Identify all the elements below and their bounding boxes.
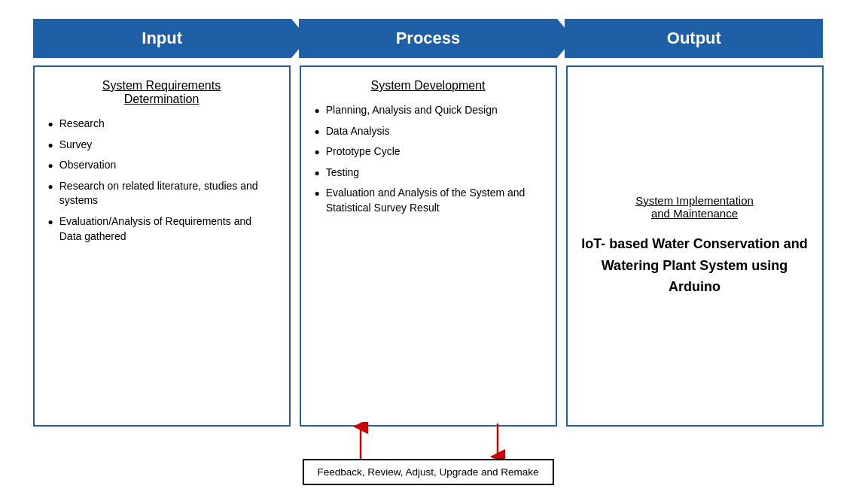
list-item: Prototype Cycle xyxy=(315,144,542,159)
list-item: Observation xyxy=(48,158,276,173)
list-item: Planning, Analysis and Quick Design xyxy=(315,103,542,118)
list-item: Data Analysis xyxy=(315,124,542,139)
process-box-title: System Development xyxy=(315,79,542,93)
feedback-text: Feedback, Review, Adjust, Upgrade and Re… xyxy=(317,466,538,478)
feedback-box: Feedback, Review, Adjust, Upgrade and Re… xyxy=(302,459,553,485)
output-arrow: Output xyxy=(565,19,823,58)
process-arrow-label: Process xyxy=(396,29,461,48)
process-bullet-list: Planning, Analysis and Quick Design Data… xyxy=(315,103,542,216)
process-arrow: Process xyxy=(299,19,557,58)
feedback-row: Feedback, Review, Adjust, Upgrade and Re… xyxy=(33,433,824,485)
list-item: Survey xyxy=(48,138,276,153)
feedback-down-arrow xyxy=(490,422,505,461)
input-arrow-label: Input xyxy=(142,29,182,48)
list-item: Evaluation and Analysis of the System an… xyxy=(315,186,542,215)
list-item: Research on related literature, studies … xyxy=(48,179,276,208)
list-item: Testing xyxy=(315,165,542,181)
output-bold-text: IoT- based Water Conservation and Wateri… xyxy=(581,233,809,298)
output-section-title: System Implementationand Maintenance xyxy=(635,194,754,220)
output-box: System Implementationand Maintenance IoT… xyxy=(566,65,824,427)
list-item: Research xyxy=(48,117,276,132)
content-row: System RequirementsDetermination Researc… xyxy=(33,65,824,427)
input-box: System RequirementsDetermination Researc… xyxy=(33,65,291,427)
list-item: Evaluation/Analysis of Requirements and … xyxy=(48,214,276,244)
feedback-up-arrow xyxy=(353,422,368,461)
output-arrow-label: Output xyxy=(667,29,721,48)
arrows-row: Input Process Output xyxy=(33,19,824,58)
input-arrow: Input xyxy=(33,19,291,58)
input-box-title: System RequirementsDetermination xyxy=(48,79,276,106)
input-bullet-list: Research Survey Observation Research on … xyxy=(48,117,276,244)
process-box: System Development Planning, Analysis an… xyxy=(300,65,557,427)
diagram-wrapper: Input Process Output System Requirements… xyxy=(33,19,824,485)
